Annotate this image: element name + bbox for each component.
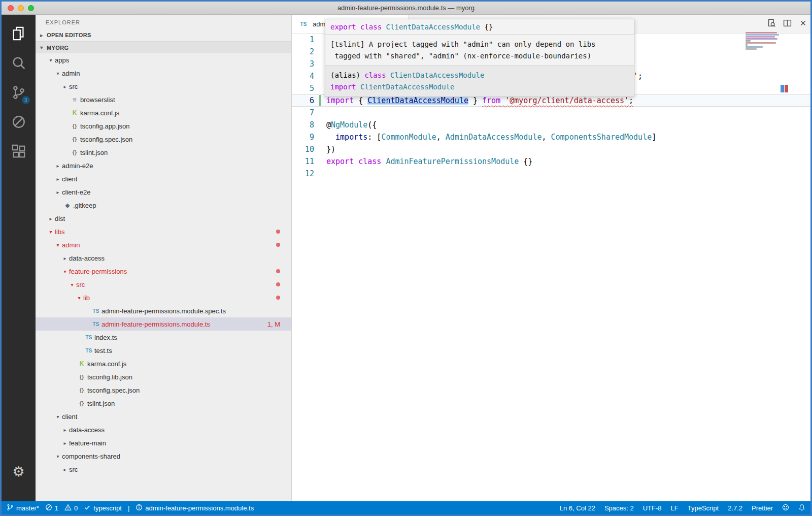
code-line[interactable]: 12: [292, 168, 810, 180]
tree-item[interactable]: {}tsconfig.lib.json: [36, 370, 291, 383]
tree-item[interactable]: ▸data-access: [36, 423, 291, 436]
minimap[interactable]: [746, 32, 783, 52]
zoom-window-button[interactable]: [28, 5, 34, 11]
prettier-status[interactable]: Prettier: [752, 504, 773, 512]
chevron-right-icon[interactable]: ▸: [54, 176, 62, 182]
line-number[interactable]: 10: [292, 145, 314, 154]
tree-item[interactable]: Kkarma.conf.js: [36, 106, 291, 119]
tree-item[interactable]: ◆.gitkeep: [36, 199, 291, 212]
tree-item[interactable]: ▾lib: [36, 291, 291, 304]
debug-icon[interactable]: [7, 107, 31, 137]
tree-item[interactable]: ▸admin-e2e: [36, 159, 291, 172]
code-line[interactable]: 7: [292, 107, 810, 119]
tree-item[interactable]: ▸client-e2e: [36, 185, 291, 199]
tree-item[interactable]: ▾components-shared: [36, 449, 291, 463]
tree-item[interactable]: ▾feature-permissions: [36, 265, 291, 278]
explorer-icon[interactable]: [7, 19, 31, 48]
tree-item[interactable]: ▾admin: [36, 67, 291, 80]
feedback[interactable]: [782, 504, 789, 512]
close-window-button[interactable]: [8, 5, 14, 11]
typescript-version[interactable]: 2.7.2: [728, 504, 742, 512]
line-number[interactable]: 2: [292, 47, 314, 56]
tree-item[interactable]: TSindex.ts: [36, 331, 291, 344]
code-line[interactable]: 10}): [292, 143, 810, 155]
line-number[interactable]: 11: [292, 157, 314, 166]
close-icon[interactable]: [799, 19, 807, 29]
open-editors-section[interactable]: ▸ OPEN EDITORS: [36, 29, 291, 41]
active-file-status[interactable]: admin-feature-permissions.module.ts: [136, 504, 254, 512]
tree-item[interactable]: TStest.ts: [36, 344, 291, 357]
indentation[interactable]: Spaces: 2: [604, 504, 634, 512]
folder-root-section[interactable]: ▾ MYORG: [36, 41, 291, 53]
source-control-icon[interactable]: 3: [7, 78, 31, 107]
tree-item[interactable]: Kkarma.conf.js: [36, 357, 291, 370]
tree-item[interactable]: ▾libs: [36, 225, 291, 238]
cursor-position[interactable]: Ln 6, Col 22: [560, 504, 595, 512]
language-mode[interactable]: TypeScript: [688, 504, 719, 512]
tree-item[interactable]: ▾client: [36, 410, 291, 423]
chevron-down-icon[interactable]: ▾: [75, 295, 83, 301]
tree-item[interactable]: TSadmin-feature-permissions.module.ts1, …: [36, 317, 291, 331]
chevron-right-icon[interactable]: ▸: [61, 440, 69, 446]
tree-item[interactable]: TSadmin-feature-permissions.module.spec.…: [36, 304, 291, 317]
chevron-right-icon[interactable]: ▸: [54, 189, 62, 195]
tree-item[interactable]: ▾src: [36, 278, 291, 291]
line-number[interactable]: 6: [292, 96, 314, 105]
encoding[interactable]: UTF-8: [643, 504, 662, 512]
chevron-right-icon[interactable]: ▸: [61, 467, 69, 472]
line-number[interactable]: 12: [292, 169, 314, 178]
chevron-right-icon[interactable]: ▸: [61, 84, 69, 89]
tree-item[interactable]: {}tsconfig.app.json: [36, 119, 291, 133]
code-token[interactable]: ClientDataAccessModule: [367, 96, 468, 105]
line-number[interactable]: 7: [292, 108, 314, 117]
tree-item[interactable]: ≡browserslist: [36, 93, 291, 106]
minimize-window-button[interactable]: [18, 5, 24, 11]
line-number[interactable]: 1: [292, 35, 314, 44]
extensions-icon[interactable]: [7, 137, 31, 166]
tree-item[interactable]: ▸src: [36, 463, 291, 476]
chevron-down-icon[interactable]: ▾: [61, 269, 69, 274]
chevron-down-icon[interactable]: ▾: [54, 414, 62, 420]
tree-item[interactable]: {}tsconfig.spec.json: [36, 383, 291, 397]
tslint-status[interactable]: typescript: [84, 504, 122, 512]
line-number[interactable]: 9: [292, 133, 314, 142]
chevron-down-icon[interactable]: ▾: [54, 71, 62, 76]
chevron-down-icon[interactable]: ▾: [54, 242, 62, 248]
search-icon[interactable]: [7, 48, 31, 78]
chevron-right-icon[interactable]: ▸: [61, 427, 69, 433]
code-line[interactable]: 9 imports: [CommonModule, AdminDataAcces…: [292, 131, 810, 143]
tree-item[interactable]: ▸client: [36, 172, 291, 185]
chevron-right-icon[interactable]: ▸: [54, 163, 62, 169]
tree-item[interactable]: ▾apps: [36, 53, 291, 67]
open-changes-icon[interactable]: [767, 19, 776, 29]
code-token: import: [326, 96, 354, 105]
split-editor-icon[interactable]: [783, 19, 792, 29]
chevron-down-icon[interactable]: ▾: [47, 57, 55, 63]
tree-item[interactable]: ▸src: [36, 80, 291, 93]
line-number[interactable]: 3: [292, 59, 314, 69]
chevron-right-icon[interactable]: ▸: [47, 216, 55, 221]
code-line[interactable]: 8@NgModule({: [292, 119, 810, 131]
code-line[interactable]: 11export class AdminFeaturePermissionsMo…: [292, 155, 810, 168]
tree-item[interactable]: ▾admin: [36, 238, 291, 251]
error-count[interactable]: 1: [45, 504, 58, 512]
notifications[interactable]: [798, 504, 805, 512]
tree-item[interactable]: ▸dist: [36, 212, 291, 225]
tree-item[interactable]: ▸data-access: [36, 251, 291, 265]
status-divider[interactable]: |: [128, 504, 129, 512]
line-number[interactable]: 5: [292, 84, 314, 93]
chevron-down-icon[interactable]: ▾: [54, 454, 62, 459]
tree-item[interactable]: {}tslint.json: [36, 397, 291, 410]
eol[interactable]: LF: [671, 504, 679, 512]
line-number[interactable]: 8: [292, 120, 314, 130]
gear-icon[interactable]: ⚙: [12, 464, 24, 480]
chevron-down-icon[interactable]: ▾: [68, 282, 76, 287]
git-branch-status[interactable]: master*: [7, 504, 39, 512]
chevron-down-icon[interactable]: ▾: [47, 229, 55, 235]
tree-item[interactable]: ▸feature-main: [36, 436, 291, 449]
warning-count[interactable]: 0: [64, 504, 78, 512]
chevron-right-icon[interactable]: ▸: [61, 255, 69, 261]
tree-item[interactable]: {}tsconfig.spec.json: [36, 133, 291, 146]
tree-item[interactable]: {}tslint.json: [36, 146, 291, 159]
line-number[interactable]: 4: [292, 72, 314, 81]
